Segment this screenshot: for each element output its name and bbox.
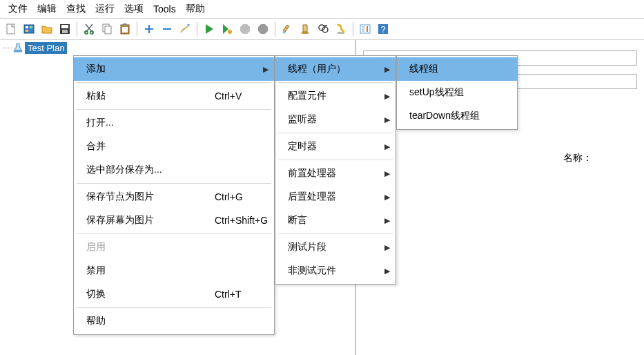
menu-item[interactable]: 后置处理器▶ xyxy=(275,185,396,209)
menu-separator xyxy=(278,82,393,83)
copy-icon[interactable] xyxy=(99,21,115,37)
submenu-add: 线程（用户）▶配置元件▶监听器▶定时器▶前置处理器▶后置处理器▶断言▶测试片段▶… xyxy=(275,55,396,285)
svg-rect-2 xyxy=(26,26,28,28)
menu-separator xyxy=(278,233,393,234)
menu-item[interactable]: 打开... xyxy=(74,111,274,135)
menu-separator xyxy=(77,307,271,308)
menu-item[interactable]: 查找 xyxy=(62,1,90,17)
menu-item[interactable]: setUp线程组 xyxy=(397,81,517,104)
menu-item-label: tearDown线程组 xyxy=(409,110,480,122)
collapse-icon[interactable] xyxy=(159,21,175,37)
templates-icon[interactable] xyxy=(21,21,37,37)
menu-separator xyxy=(77,82,271,83)
menu-separator xyxy=(278,160,393,160)
menu-item-shortcut: Ctrl+T xyxy=(215,289,242,300)
submenu-arrow-icon: ▶ xyxy=(384,267,390,276)
menu-item[interactable]: 运行 xyxy=(91,1,119,17)
tree-node-label: Test Plan xyxy=(25,42,67,54)
svg-rect-6 xyxy=(61,25,68,28)
menu-item[interactable]: 选项 xyxy=(120,1,148,17)
menu-item[interactable]: 非测试元件▶ xyxy=(275,259,396,282)
cut-icon[interactable] xyxy=(81,21,97,37)
menu-item-label: 保存节点为图片 xyxy=(86,191,190,203)
function-helper-icon[interactable] xyxy=(357,21,373,37)
menu-item[interactable]: 前置处理器▶ xyxy=(275,162,396,185)
menu-item-label: 前置处理器 xyxy=(288,167,336,180)
submenu-arrow-icon: ▶ xyxy=(263,65,269,74)
menu-separator xyxy=(77,183,271,184)
menu-item[interactable]: 线程组 xyxy=(397,57,517,81)
menu-item[interactable]: 切换Ctrl+T xyxy=(74,282,274,306)
menubar: 文件编辑查找运行选项Tools帮助 xyxy=(0,0,644,18)
menu-item[interactable]: tearDown线程组 xyxy=(397,104,517,128)
menu-item[interactable]: 帮助 xyxy=(182,1,209,17)
toolbar-separator xyxy=(137,21,137,37)
svg-point-16 xyxy=(228,30,232,34)
menu-item-label: 启用 xyxy=(86,241,190,253)
svg-rect-1 xyxy=(24,25,34,33)
menu-item-label: 打开... xyxy=(86,117,190,129)
submenu-arrow-icon: ▶ xyxy=(384,193,390,202)
menu-item-label: 帮助 xyxy=(86,315,190,327)
run-icon[interactable] xyxy=(201,21,217,37)
toolbar-separator xyxy=(77,21,77,37)
submenu-arrow-icon: ▶ xyxy=(384,169,390,178)
paste-icon[interactable] xyxy=(117,21,133,37)
submenu-arrow-icon: ▶ xyxy=(384,115,390,124)
menu-item[interactable]: 合并 xyxy=(74,135,274,158)
reset-search-icon[interactable] xyxy=(333,21,349,37)
submenu-arrow-icon: ▶ xyxy=(384,142,390,151)
menu-item[interactable]: 线程（用户）▶ xyxy=(275,57,396,81)
menu-item[interactable]: 选中部分保存为... xyxy=(74,158,274,182)
expand-icon[interactable] xyxy=(141,21,157,37)
toggle-icon[interactable] xyxy=(177,21,193,37)
clear-all-icon[interactable] xyxy=(297,21,313,37)
tree-node-test-plan[interactable]: Test Plan xyxy=(12,41,67,54)
menu-item[interactable]: 禁用 xyxy=(74,259,274,282)
save-icon[interactable] xyxy=(57,21,73,37)
menu-item[interactable]: 定时器▶ xyxy=(275,135,396,158)
menu-item[interactable]: 配置元件▶ xyxy=(275,84,396,108)
menu-item[interactable]: 断言▶ xyxy=(275,209,396,232)
menu-item[interactable]: 添加▶ xyxy=(74,57,274,81)
menu-item[interactable]: 粘贴Ctrl+V xyxy=(74,84,274,108)
menu-item-label: 定时器 xyxy=(288,140,317,153)
menu-item[interactable]: 文件 xyxy=(4,1,32,17)
submenu-arrow-icon: ▶ xyxy=(384,243,390,252)
toolbar-separator xyxy=(353,21,353,37)
menu-item[interactable]: 保存节点为图片Ctrl+G xyxy=(74,185,274,209)
tree-connector xyxy=(3,48,12,48)
menu-item[interactable]: 测试片段▶ xyxy=(275,236,396,259)
menu-item[interactable]: Tools xyxy=(149,2,180,16)
menu-item-shortcut: Ctrl+V xyxy=(215,90,242,102)
file-new-icon[interactable] xyxy=(3,21,19,37)
menu-item[interactable]: 监听器▶ xyxy=(275,108,396,131)
search-icon[interactable] xyxy=(315,21,331,37)
menu-item-label: 线程（用户） xyxy=(288,63,346,75)
menu-item-label: 非测试元件 xyxy=(288,265,336,277)
menu-item-label: 线程组 xyxy=(409,63,438,75)
svg-rect-4 xyxy=(26,30,28,32)
menu-item-shortcut: Ctrl+Shift+G xyxy=(215,215,268,226)
menu-item-label: 配置元件 xyxy=(288,90,326,102)
run-no-pause-icon[interactable] xyxy=(219,21,235,37)
menu-item-label: 断言 xyxy=(288,214,307,227)
flask-icon xyxy=(12,42,23,53)
svg-point-8 xyxy=(85,31,88,34)
help-icon[interactable]: ? xyxy=(375,21,391,37)
menu-item[interactable]: 帮助 xyxy=(74,309,274,333)
submenu-arrow-icon: ▶ xyxy=(384,216,390,225)
shutdown-icon[interactable] xyxy=(255,21,271,37)
folder-open-icon[interactable] xyxy=(39,21,55,37)
submenu-threads: 线程组setUp线程组tearDown线程组 xyxy=(396,55,518,130)
svg-rect-7 xyxy=(62,30,68,33)
clear-icon[interactable] xyxy=(279,21,295,37)
menu-item[interactable]: 编辑 xyxy=(33,1,61,17)
menu-item-label: 选中部分保存为... xyxy=(86,164,190,176)
menu-item[interactable]: 保存屏幕为图片Ctrl+Shift+G xyxy=(74,209,274,232)
menu-separator xyxy=(278,133,393,133)
menu-item-shortcut: Ctrl+G xyxy=(215,191,243,202)
svg-point-15 xyxy=(188,24,190,26)
name-label: 名称： xyxy=(563,152,592,164)
stop-icon[interactable] xyxy=(237,21,253,37)
